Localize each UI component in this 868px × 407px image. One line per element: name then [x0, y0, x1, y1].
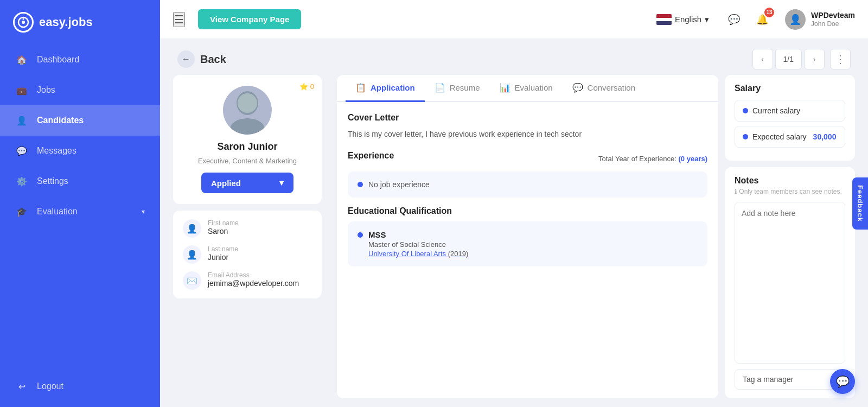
university-link[interactable]: University Of Liberal Arts (2019)	[368, 250, 468, 258]
svg-point-2	[23, 18, 24, 20]
home-icon: 🏠	[15, 53, 28, 66]
notes-title: Notes	[735, 176, 845, 186]
chat-icon-button[interactable]: 💬	[724, 10, 744, 29]
hamburger-menu-button[interactable]: ☰	[173, 12, 185, 27]
degree-full: Master of Social Science	[368, 240, 468, 249]
notification-bell-button[interactable]: 🔔 13	[752, 10, 772, 29]
prev-page-button[interactable]: ‹	[752, 49, 773, 69]
status-chevron-icon: ▾	[279, 178, 284, 188]
experience-total: Total Year of Experience: (0 years)	[598, 155, 707, 163]
app-name: easy.jobs	[39, 15, 93, 29]
chat-fab-button[interactable]: 💬	[830, 369, 855, 394]
page-content: ← Back ‹ 1/1 › ⋮ ⭐ 0	[160, 39, 868, 407]
notes-textarea[interactable]	[735, 202, 845, 364]
education-box: MSS Master of Social Science University …	[348, 221, 707, 266]
svg-point-4	[230, 118, 265, 135]
tab-conversation[interactable]: 💬 Conversation	[563, 75, 645, 102]
chat-fab-icon: 💬	[836, 375, 850, 388]
right-panel: Salary Current salary Expected salary 30…	[725, 75, 855, 398]
candidate-name: Saron Junior	[217, 141, 277, 152]
tab-evaluation-label: Evaluation	[515, 83, 553, 92]
sidebar-label-jobs: Jobs	[37, 85, 55, 95]
conversation-tab-icon: 💬	[572, 82, 583, 93]
settings-icon: ⚙️	[15, 175, 28, 188]
status-dropdown[interactable]: Applied ▾	[201, 173, 293, 193]
last-name-value: Junior	[208, 253, 238, 262]
expected-salary-value: 30,000	[813, 132, 837, 141]
tab-evaluation[interactable]: 📊 Evaluation	[490, 75, 563, 102]
evaluation-chevron: ▾	[142, 208, 145, 215]
current-salary-dot	[743, 108, 748, 113]
sidebar-label-candidates: Candidates	[37, 116, 84, 125]
language-label: English	[675, 15, 701, 24]
university-name: University Of Liberal Arts	[368, 250, 446, 258]
expected-salary-label: Expected salary	[752, 132, 807, 141]
chat-icon: 💬	[728, 14, 740, 26]
total-years-label: Total Year of Experience:	[598, 155, 676, 163]
flag-icon	[656, 14, 672, 25]
email-icon: ✉️	[183, 271, 201, 290]
tab-resume-label: Resume	[450, 83, 480, 92]
sidebar-item-dashboard[interactable]: 🏠 Dashboard	[0, 44, 160, 75]
back-button[interactable]: ← Back	[177, 50, 226, 68]
logout-button[interactable]: ↩ Logout	[0, 371, 160, 402]
salary-title: Salary	[735, 84, 845, 93]
sidebar-label-settings: Settings	[37, 176, 68, 186]
first-name-value: Saron	[208, 227, 239, 236]
svg-point-5	[238, 93, 257, 113]
view-company-page-button[interactable]: View Company Page	[198, 9, 301, 29]
edu-year: (2019)	[448, 250, 469, 258]
education-dot	[358, 232, 363, 238]
candidate-card: ⭐ 0 Saron Junior Executive, Content & Ma…	[173, 75, 322, 204]
app-logo: easy.jobs	[0, 0, 160, 44]
email-value: jemima@wpdeveloper.com	[208, 279, 299, 288]
sidebar-item-evaluation[interactable]: 🎓 Evaluation ▾	[0, 196, 160, 227]
topbar: ☰ View Company Page English ▾ 💬 🔔 13 👤 W…	[160, 0, 868, 39]
tab-application[interactable]: 📋 Application	[346, 75, 425, 102]
user-name: John Doe	[811, 20, 855, 29]
evaluation-icon: 🎓	[15, 205, 28, 218]
sidebar-item-messages[interactable]: 💬 Messages	[0, 136, 160, 166]
education-title: Educational Qualification	[348, 206, 707, 216]
sidebar-nav: 🏠 Dashboard 💼 Jobs 👤 Candidates 💬 Messag…	[0, 44, 160, 371]
person-icon: 👤	[183, 219, 201, 238]
lang-chevron-icon: ▾	[705, 15, 709, 24]
no-experience-box: No job experience	[348, 171, 707, 198]
topbar-icons: 💬 🔔 13	[724, 10, 772, 29]
user-menu[interactable]: 👤 WPDevteam John Doe	[785, 9, 855, 30]
expected-salary-dot	[743, 134, 748, 139]
experience-header: Experience Total Year of Experience: (0 …	[348, 151, 707, 166]
tab-resume[interactable]: 📄 Resume	[425, 75, 490, 102]
sidebar-label-messages: Messages	[37, 146, 76, 156]
candidates-icon: 👤	[15, 114, 28, 127]
sidebar-label-dashboard: Dashboard	[37, 55, 79, 65]
sidebar-item-candidates[interactable]: 👤 Candidates	[0, 105, 160, 136]
feedback-tab[interactable]: Feedback	[852, 177, 868, 230]
svg-point-1	[22, 21, 25, 24]
last-name-label: Last name	[208, 245, 238, 253]
sidebar-item-jobs[interactable]: 💼 Jobs	[0, 75, 160, 105]
degree-short: MSS	[368, 230, 468, 239]
next-page-button[interactable]: ›	[804, 49, 825, 69]
notes-subtitle: ℹ Only team members can see notes.	[735, 188, 845, 195]
notes-card: Notes ℹ Only team members can see notes.…	[725, 167, 855, 398]
back-arrow-icon: ←	[177, 50, 195, 68]
education-info: MSS Master of Social Science University …	[368, 230, 468, 258]
tag-manager-row[interactable]: Tag a manager ▾	[735, 369, 845, 390]
sidebar-label-evaluation: Evaluation	[37, 207, 78, 217]
pagination-controls: ‹ 1/1 › ⋮	[752, 49, 851, 69]
experience-dot	[358, 182, 363, 187]
logo-icon	[13, 12, 34, 33]
tab-content: Cover Letter This is my cover letter, I …	[337, 102, 718, 398]
notification-badge: 13	[764, 8, 774, 17]
first-name-row: 👤 First name Saron	[183, 219, 312, 238]
expected-salary-row: Expected salary 30,000	[735, 126, 845, 148]
salary-card: Salary Current salary Expected salary 30…	[725, 75, 855, 161]
person2-icon: 👤	[183, 245, 201, 264]
tabs-bar: 📋 Application 📄 Resume 📊 Evaluation 💬 Co…	[337, 75, 718, 102]
language-selector[interactable]: English ▾	[656, 14, 709, 25]
star-rating[interactable]: ⭐ 0	[299, 82, 314, 91]
more-options-button[interactable]: ⋮	[830, 49, 851, 69]
sidebar-item-settings[interactable]: ⚙️ Settings	[0, 166, 160, 196]
email-row: ✉️ Email Address jemima@wpdeveloper.com	[183, 271, 312, 290]
